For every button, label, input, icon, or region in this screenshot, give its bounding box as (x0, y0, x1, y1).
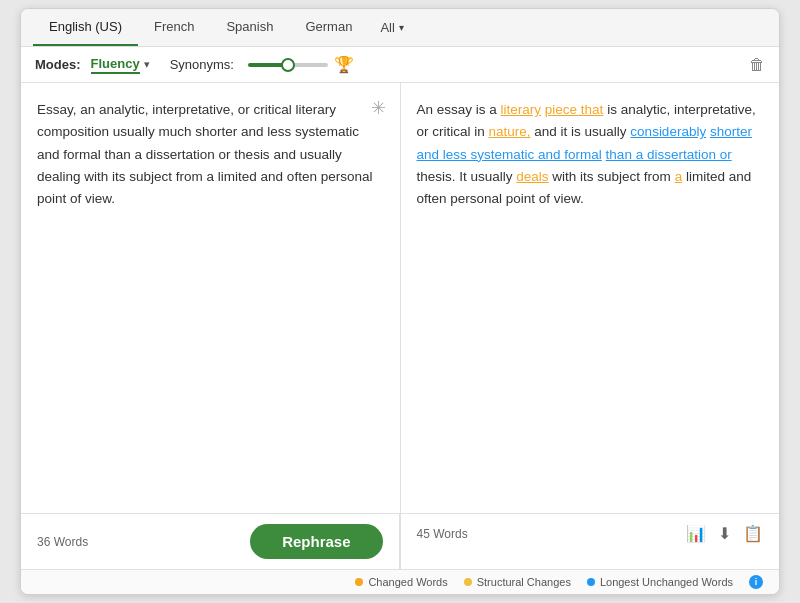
tab-all-label: All (380, 20, 394, 35)
legend-dot-yellow (464, 578, 472, 586)
tab-german[interactable]: German (289, 9, 368, 46)
snowflake-icon[interactable]: ✳ (371, 97, 386, 119)
slider-trophy-icon: 🏆 (334, 55, 354, 74)
modes-selector[interactable]: Fluency ▾ (91, 56, 150, 74)
legend-bar: Changed Words Structural Changes Longest… (21, 569, 779, 594)
toolbar: Modes: Fluency ▾ Synonyms: 🏆 🗑 (21, 47, 779, 83)
changed-word-literary: literary (501, 102, 542, 117)
tabs-bar: English (US) French Spanish German All ▾ (21, 9, 779, 47)
tab-all[interactable]: All ▾ (368, 10, 415, 45)
slider-thumb (281, 58, 295, 72)
legend-structural: Structural Changes (464, 576, 571, 588)
unchanged-word-considerably: considerably (630, 124, 706, 139)
info-icon[interactable]: i (749, 575, 763, 589)
tab-spanish[interactable]: Spanish (210, 9, 289, 46)
changed-word-piece: piece that (545, 102, 604, 117)
copy-icon[interactable]: 📋 (743, 524, 763, 543)
legend-dot-orange (355, 578, 363, 586)
legend-changed-label: Changed Words (368, 576, 447, 588)
tab-english[interactable]: English (US) (33, 9, 138, 46)
content-area: ✳ Essay, an analytic, interpretative, or… (21, 83, 779, 513)
app-container: English (US) French Spanish German All ▾… (20, 8, 780, 595)
changed-word-deals: deals (516, 169, 548, 184)
bottom-right: 45 Words 📊 ⬇ 📋 (401, 513, 780, 553)
legend-structural-label: Structural Changes (477, 576, 571, 588)
bottom-left-wrapper: 36 Words Rephrase (21, 513, 401, 569)
synonyms-slider[interactable]: 🏆 (248, 55, 354, 74)
synonyms-label: Synonyms: (170, 57, 234, 72)
structural-change-a: a (675, 169, 683, 184)
bottom-actions: 📊 ⬇ 📋 (686, 524, 763, 543)
rephrase-button[interactable]: Rephrase (250, 524, 382, 559)
modes-chevron-icon: ▾ (144, 58, 150, 71)
legend-changed-words: Changed Words (355, 576, 447, 588)
modes-value: Fluency (91, 56, 140, 74)
slider-track (248, 63, 328, 67)
bar-chart-icon[interactable]: 📊 (686, 524, 706, 543)
bottom-right-wrapper: 45 Words 📊 ⬇ 📋 (401, 513, 780, 569)
right-pane: An essay is a literary piece that is ana… (401, 83, 780, 513)
unchanged-word-than: than a dissertation or (606, 147, 732, 162)
modes-label: Modes: (35, 57, 81, 72)
chevron-down-icon: ▾ (399, 22, 404, 33)
left-word-count: 36 Words (37, 535, 88, 549)
bottom-left: 36 Words Rephrase (21, 513, 400, 569)
download-icon[interactable]: ⬇ (718, 524, 731, 543)
right-word-count: 45 Words (417, 527, 468, 541)
left-pane: ✳ Essay, an analytic, interpretative, or… (21, 83, 401, 513)
changed-word-nature: nature, (489, 124, 531, 139)
output-text: An essay is a literary piece that is ana… (417, 99, 764, 210)
legend-unchanged: Longest Unchanged Words (587, 576, 733, 588)
input-text[interactable]: Essay, an analytic, interpretative, or c… (37, 99, 384, 210)
legend-unchanged-label: Longest Unchanged Words (600, 576, 733, 588)
legend-dot-blue (587, 578, 595, 586)
bottom-row: 36 Words Rephrase 45 Words 📊 ⬇ 📋 (21, 513, 779, 569)
trash-icon[interactable]: 🗑 (749, 56, 765, 74)
tab-french[interactable]: French (138, 9, 210, 46)
